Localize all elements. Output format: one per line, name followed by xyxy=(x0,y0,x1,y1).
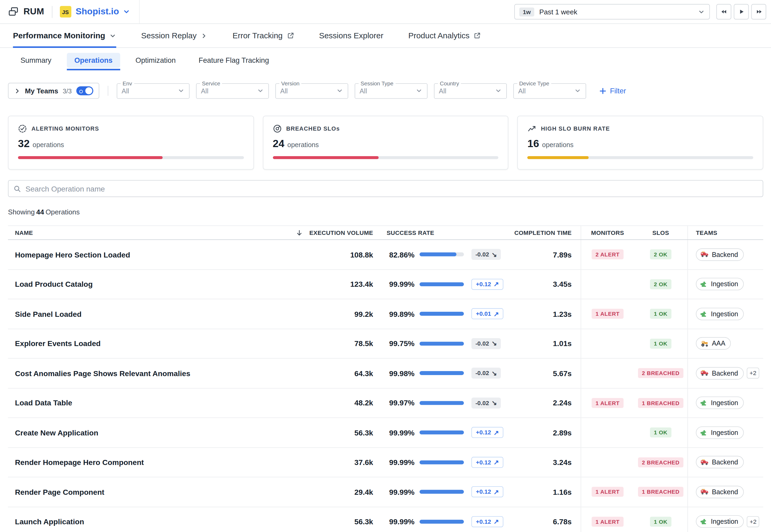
slo-status-badge[interactable]: 1 OK xyxy=(650,309,671,319)
trend-badge[interactable]: +0.12↗ xyxy=(471,457,504,468)
filter-dropdown-service[interactable]: ServiceAll xyxy=(196,83,269,98)
operation-name[interactable]: Side Panel Loaded xyxy=(8,299,296,329)
tab-feature-flag-tracking[interactable]: Feature Flag Tracking xyxy=(191,53,276,68)
search-bar[interactable] xyxy=(8,180,763,197)
operation-name[interactable]: Create New Application xyxy=(8,418,296,447)
operation-name[interactable]: Render Page Component xyxy=(8,477,296,506)
column-header-slos[interactable]: SLOS xyxy=(634,226,687,239)
trend-badge[interactable]: -0.02↘ xyxy=(471,249,501,260)
time-range-selector[interactable]: 1w Past 1 week xyxy=(514,4,710,19)
workspace-selector[interactable]: JS Shopist.io xyxy=(60,0,139,23)
slo-status-badge[interactable]: 1 OK xyxy=(650,339,671,349)
trend-badge[interactable]: +0.12↗ xyxy=(471,487,504,497)
team-pill[interactable]: Backend xyxy=(696,248,744,261)
filter-dropdown-device-type[interactable]: Device TypeAll xyxy=(513,83,586,98)
column-header-execution-volume[interactable]: EXECUTION VOLUME xyxy=(296,226,373,239)
table-row[interactable]: Load Product Catalog 123.4k 99.99% +0.12… xyxy=(8,269,763,299)
team-pill[interactable]: Backend xyxy=(696,486,744,498)
trend-badge[interactable]: +0.01↗ xyxy=(471,308,504,319)
skip-forward-button[interactable] xyxy=(751,4,766,19)
nav-item-product-analytics[interactable]: Product Analytics xyxy=(408,24,481,47)
fire-truck-icon xyxy=(700,370,709,377)
filter-dropdown-env[interactable]: EnvAll xyxy=(117,83,189,98)
table-row[interactable]: Side Panel Loaded 99.2k 99.89% +0.01↗ 1.… xyxy=(8,299,763,329)
my-teams-toggle[interactable] xyxy=(76,86,93,95)
divider xyxy=(108,86,108,96)
trend-badge[interactable]: -0.02↘ xyxy=(471,368,501,379)
nav-item-performance-monitoring[interactable]: Performance Monitoring xyxy=(13,24,116,47)
search-input[interactable] xyxy=(26,184,758,193)
operation-name[interactable]: Load Product Catalog xyxy=(8,269,296,299)
trend-badge[interactable]: +0.12↗ xyxy=(471,427,504,438)
operation-name[interactable]: Cost Anomalies Page Shows Relevant Anoma… xyxy=(8,359,296,388)
team-pill[interactable]: Ingestion xyxy=(696,307,744,320)
column-header-teams[interactable]: TEAMS xyxy=(687,226,763,239)
monitor-status-badge[interactable]: 1 ALERT xyxy=(592,487,624,497)
skip-back-button[interactable] xyxy=(716,4,731,19)
filter-dropdown-version[interactable]: VersionAll xyxy=(275,83,348,98)
slo-status-badge[interactable]: 1 BREACHED xyxy=(638,487,684,497)
operation-name[interactable]: Load Data Table xyxy=(8,388,296,418)
nav-item-error-tracking[interactable]: Error Tracking xyxy=(233,24,294,47)
monitor-status-badge[interactable]: 1 ALERT xyxy=(592,398,624,408)
table-row[interactable]: Cost Anomalies Page Shows Relevant Anoma… xyxy=(8,359,763,388)
table-row[interactable]: Load Data Table 48.2k 99.97% -0.02↘ 2.24… xyxy=(8,388,763,418)
team-pill[interactable]: Backend xyxy=(696,367,744,380)
trend-badge[interactable]: -0.02↘ xyxy=(471,397,501,408)
trend-up-arrow-icon: ↗ xyxy=(494,310,499,318)
trend-badge[interactable]: +0.12↗ xyxy=(471,279,504,290)
success-rate-bar xyxy=(420,371,464,375)
table-row[interactable]: Explorer Events Loaded 78.5k 99.75% -0.0… xyxy=(8,329,763,359)
operation-name[interactable]: Render Homepage Hero Component xyxy=(8,448,296,477)
tab-optimization[interactable]: Optimization xyxy=(128,53,183,68)
monitor-status-badge[interactable]: 1 ALERT xyxy=(592,309,624,319)
operation-name[interactable]: Launch Application xyxy=(8,507,296,532)
slo-status-badge[interactable]: 2 OK xyxy=(650,279,671,289)
column-header-name[interactable]: NAME xyxy=(8,226,296,239)
column-header-success-rate[interactable]: SUCCESS RATE xyxy=(373,226,507,239)
slo-status-badge[interactable]: 2 OK xyxy=(650,250,671,260)
table-row[interactable]: Homepage Hero Section Loaded 108.8k 82.8… xyxy=(8,240,763,270)
team-pill[interactable]: Ingestion xyxy=(696,426,744,439)
play-button[interactable] xyxy=(734,4,749,19)
team-pill[interactable]: Ingestion xyxy=(696,278,744,290)
trend-badge[interactable]: -0.02↘ xyxy=(471,338,501,349)
slo-status-badge[interactable]: 1 OK xyxy=(650,427,671,438)
add-filter-button[interactable]: Filter xyxy=(599,87,626,95)
filter-dropdown-country[interactable]: CountryAll xyxy=(434,83,507,98)
table-row[interactable]: Render Page Component 29.4k 99.99% +0.12… xyxy=(8,477,763,507)
column-header-monitors[interactable]: MONITORS xyxy=(581,226,634,239)
slos-cell: 1 BREACHED xyxy=(634,388,687,418)
table-row[interactable]: Create New Application 56.3k 99.99% +0.1… xyxy=(8,418,763,448)
summary-card-alerting-monitors[interactable]: ALERTING MONITORS 32operations xyxy=(8,116,254,170)
more-teams-pill[interactable]: +2 xyxy=(747,368,759,379)
table-row[interactable]: Launch Application 56.3k 99.99% +0.12↗ 6… xyxy=(8,507,763,532)
summary-card-high-slo-burn-rate[interactable]: HIGH SLO BURN RATE 16operations xyxy=(517,116,763,170)
team-pill[interactable]: Backend xyxy=(696,456,744,468)
nav-item-sessions-explorer[interactable]: Sessions Explorer xyxy=(319,24,383,47)
summary-card-breached-slos[interactable]: BREACHED SLOs 24operations xyxy=(263,116,509,170)
table-row[interactable]: Render Homepage Hero Component 37.6k 99.… xyxy=(8,448,763,477)
sort-descending-icon[interactable] xyxy=(296,229,303,236)
more-teams-pill[interactable]: +2 xyxy=(747,516,759,527)
monitor-status-badge[interactable]: 2 ALERT xyxy=(592,250,624,260)
nav-item-session-replay[interactable]: Session Replay xyxy=(141,24,208,47)
slo-status-badge[interactable]: 1 OK xyxy=(650,517,671,527)
tab-summary[interactable]: Summary xyxy=(13,53,59,68)
slo-status-badge[interactable]: 1 BREACHED xyxy=(638,398,684,408)
team-pill[interactable]: Ingestion xyxy=(696,397,744,409)
trend-badge[interactable]: +0.12↗ xyxy=(471,516,504,527)
tab-operations[interactable]: Operations xyxy=(67,53,120,68)
my-teams-filter[interactable]: My Teams 3/3 xyxy=(8,83,99,99)
operation-name[interactable]: Homepage Hero Section Loaded xyxy=(8,240,296,269)
monitor-status-badge[interactable]: 1 ALERT xyxy=(592,517,624,527)
column-header-completion-time[interactable]: COMPLETION TIME xyxy=(507,226,581,239)
monitors-cell xyxy=(581,359,634,388)
team-pill[interactable]: Ingestion xyxy=(696,515,744,528)
slo-status-badge[interactable]: 2 BREACHED xyxy=(638,368,684,378)
operation-name[interactable]: Explorer Events Loaded xyxy=(8,329,296,358)
filter-dropdown-session-type[interactable]: Session TypeAll xyxy=(355,83,428,98)
slo-status-badge[interactable]: 2 BREACHED xyxy=(638,457,684,467)
chevron-down-icon xyxy=(574,87,581,94)
team-pill[interactable]: AAA xyxy=(696,337,731,350)
